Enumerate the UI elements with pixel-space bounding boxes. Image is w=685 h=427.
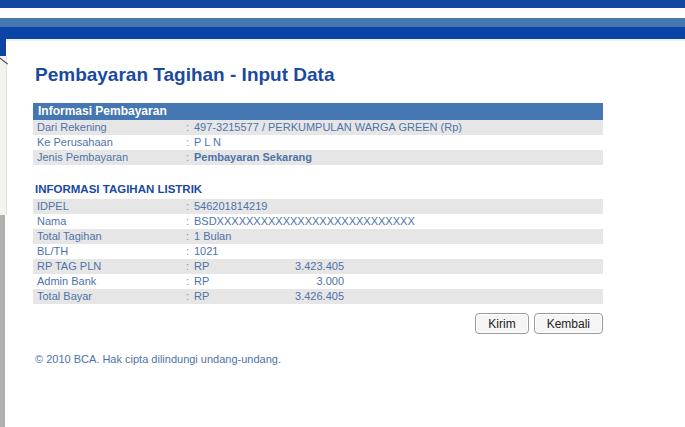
banner-medium-blue-bar <box>0 18 685 27</box>
row-label: BL/TH <box>33 244 186 259</box>
table-row: IDPEL : 546201814219 <box>33 199 603 214</box>
row-label: IDPEL <box>33 199 186 214</box>
payment-info-table: Informasi Pembayaran Dari Rekening : 497… <box>33 103 603 165</box>
row-separator: : <box>186 289 194 304</box>
row-label: Total Bayar <box>33 289 186 304</box>
table-row: RP TAG PLN : RP 3.423.405 <box>33 259 603 274</box>
table-row: Ke Perusahaan : P L N <box>33 135 603 150</box>
row-separator: : <box>186 135 194 150</box>
bill-month-value: 1021 <box>194 244 218 259</box>
row-label: Jenis Pembayaran <box>33 150 186 165</box>
table-row: Total Tagihan : 1 Bulan <box>33 229 603 244</box>
currency-label: RP <box>194 289 222 304</box>
currency-label: RP <box>194 259 222 274</box>
row-separator: : <box>186 244 194 259</box>
row-label: Admin Bank <box>33 274 186 289</box>
left-frame-edge <box>0 56 7 215</box>
top-banner-bar <box>0 0 685 8</box>
row-separator: : <box>186 150 194 165</box>
currency-label: RP <box>194 274 222 289</box>
admin-fee-amount: 3.000 <box>222 274 344 289</box>
row-label: Nama <box>33 214 186 229</box>
page: Pembayaran Tagihan - Input Data Informas… <box>0 0 685 427</box>
row-label: RP TAG PLN <box>33 259 186 274</box>
source-account-value: 497-3215577 / PERKUMPULAN WARGA GREEN (R… <box>194 120 462 135</box>
bill-section-title: INFORMASI TAGIHAN LISTRIK <box>35 183 202 195</box>
idpel-value: 546201814219 <box>194 199 267 214</box>
table-row: Nama : BSDXXXXXXXXXXXXXXXXXXXXXXXXXXX <box>33 214 603 229</box>
payment-info-header: Informasi Pembayaran <box>33 103 603 120</box>
bill-info-table: IDPEL : 546201814219 Nama : BSDXXXXXXXXX… <box>33 199 603 304</box>
banner-bottom-glow <box>0 39 685 41</box>
copyright-footer: © 2010 BCA. Hak cipta dilindungi undang-… <box>35 353 281 365</box>
row-separator: : <box>186 229 194 244</box>
total-payment-amount: 3.426.405 <box>222 289 344 304</box>
page-title: Pembayaran Tagihan - Input Data <box>35 64 334 86</box>
table-row: Jenis Pembayaran : Pembayaran Sekarang <box>33 150 603 165</box>
table-row: BL/TH : 1021 <box>33 244 603 259</box>
banner-dark-blue-bar <box>0 27 685 39</box>
row-separator: : <box>186 274 194 289</box>
row-label: Dari Rekening <box>33 120 186 135</box>
left-frame-scrollbar[interactable] <box>0 215 5 427</box>
left-frame-header-edge <box>0 39 6 56</box>
row-separator: : <box>186 199 194 214</box>
row-separator: : <box>186 214 194 229</box>
row-separator: : <box>186 120 194 135</box>
table-row: Total Bayar : RP 3.426.405 <box>33 289 603 304</box>
pln-bill-amount: 3.423.405 <box>222 259 344 274</box>
action-button-row: Kirim Kembali <box>33 313 603 334</box>
row-label: Ke Perusahaan <box>33 135 186 150</box>
row-label: Total Tagihan <box>33 229 186 244</box>
kembali-button[interactable]: Kembali <box>534 313 603 334</box>
kirim-button[interactable]: Kirim <box>475 313 528 334</box>
total-bill-period-value: 1 Bulan <box>194 229 231 244</box>
payment-type-value: Pembayaran Sekarang <box>194 150 312 165</box>
row-separator: : <box>186 259 194 274</box>
table-row: Admin Bank : RP 3.000 <box>33 274 603 289</box>
customer-name-value: BSDXXXXXXXXXXXXXXXXXXXXXXXXXXX <box>194 214 415 229</box>
table-row: Dari Rekening : 497-3215577 / PERKUMPULA… <box>33 120 603 135</box>
company-value: P L N <box>194 135 221 150</box>
